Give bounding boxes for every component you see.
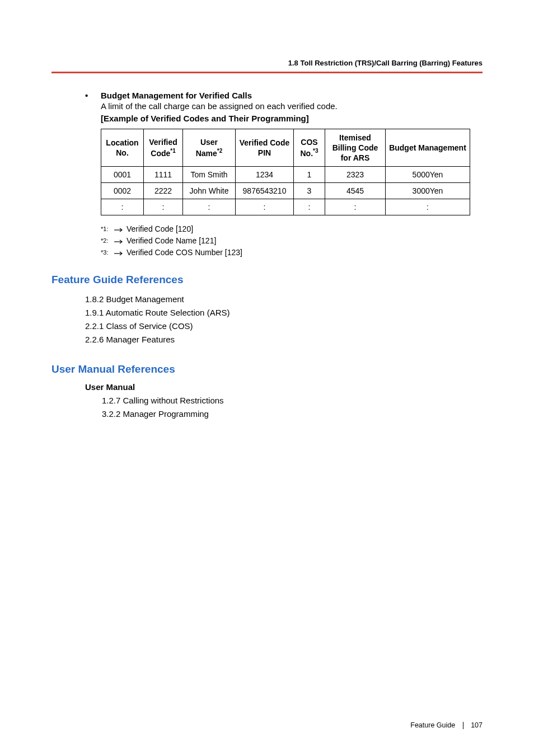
cell-budget: 5000Yen [386, 167, 470, 183]
arrow-right-icon [114, 224, 127, 233]
bullet-desc: A limit of the call charge can be assign… [101, 100, 483, 112]
th-verified-pin: Verified Code PIN [236, 129, 294, 167]
cell-pin: 1234 [236, 167, 294, 183]
cell-location: 0002 [101, 183, 144, 199]
cell-billing: 4545 [325, 183, 386, 199]
cell-budget: 3000Yen [386, 183, 470, 199]
footer-separator [463, 722, 463, 729]
table-row: 0002 2222 John White 9876543210 3 4545 3… [101, 183, 470, 199]
cell-code: : [144, 199, 183, 215]
page-footer: Feature Guide 107 [410, 721, 483, 729]
list-item: 1.9.1 Automatic Route Selection (ARS) [85, 306, 483, 320]
cell-location: : [101, 199, 144, 215]
th-verified-code: Verified Code*1 [144, 129, 183, 167]
cell-pin: 9876543210 [236, 183, 294, 199]
cell-cos: 3 [294, 183, 325, 199]
bullet-title: Budget Management for Verified Calls [101, 91, 483, 100]
th-budget: Budget Management [386, 129, 470, 167]
user-manual-references-heading: User Manual References [51, 363, 483, 375]
fn-label-2: *2: [101, 237, 114, 244]
header-rule [51, 72, 483, 73]
fn-label-1: *1: [101, 226, 114, 232]
cell-code: 1111 [144, 167, 183, 183]
cell-pin: : [236, 199, 294, 215]
verified-codes-table: Location No. Verified Code*1 User Name*2… [101, 129, 470, 216]
footnotes: *1: Verified Code [120] *2: Verified Cod… [101, 224, 483, 257]
footer-page-number: 107 [471, 721, 483, 729]
bullet-marker: • [85, 91, 101, 123]
list-item: 3.2.2 Manager Programming [102, 407, 483, 421]
th-cos-no: COS No.*3 [294, 129, 325, 167]
cell-name: Tom Smith [183, 167, 236, 183]
table-header-row: Location No. Verified Code*1 User Name*2… [101, 129, 470, 167]
user-manual-label: User Manual [85, 382, 483, 392]
list-item: 2.2.6 Manager Features [85, 333, 483, 346]
table-row: 0001 1111 Tom Smith 1234 1 2323 5000Yen [101, 167, 470, 183]
cell-name: : [183, 199, 236, 215]
arrow-right-icon [114, 236, 127, 245]
example-title: [Example of Verified Codes and Their Pro… [101, 114, 483, 123]
cell-cos: 1 [294, 167, 325, 183]
cell-code: 2222 [144, 183, 183, 199]
list-item: 2.2.1 Class of Service (COS) [85, 320, 483, 333]
table-row: : : : : : : : [101, 199, 470, 215]
footer-label: Feature Guide [410, 721, 455, 729]
arrow-right-icon [114, 248, 127, 257]
cell-billing: : [325, 199, 386, 215]
th-location: Location No. [101, 129, 144, 167]
fn-text-1: Verified Code [120] [127, 224, 193, 233]
th-user-name: User Name*2 [183, 129, 236, 167]
feature-guide-references-heading: Feature Guide References [51, 274, 483, 286]
fn-label-3: *3: [101, 249, 114, 256]
list-item: 1.2.7 Calling without Restrictions [102, 394, 483, 407]
th-itemised: Itemised Billing Code for ARS [325, 129, 386, 167]
cell-location: 0001 [101, 167, 144, 183]
cell-budget: : [386, 199, 470, 215]
list-item: 1.8.2 Budget Management [85, 293, 483, 306]
fn-text-2: Verified Code Name [121] [127, 236, 216, 245]
cell-cos: : [294, 199, 325, 215]
cell-billing: 2323 [325, 167, 386, 183]
fn-text-3: Verified Code COS Number [123] [127, 248, 242, 257]
cell-name: John White [183, 183, 236, 199]
section-header: 1.8 Toll Restriction (TRS)/Call Barring … [288, 59, 483, 67]
